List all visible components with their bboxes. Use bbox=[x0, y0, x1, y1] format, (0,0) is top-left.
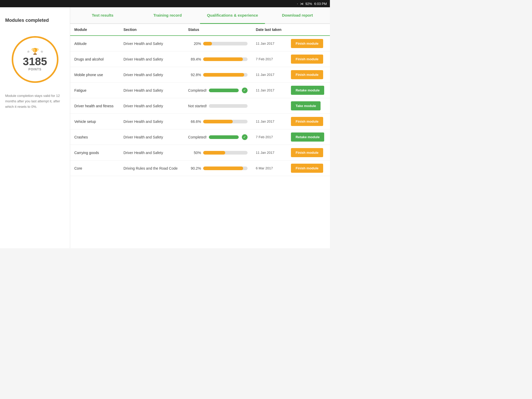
module-name: Core bbox=[70, 161, 119, 176]
col-status: Status bbox=[184, 24, 252, 36]
progress-cell: 66.6% bbox=[184, 114, 252, 129]
finish-module-button[interactable]: Finish module bbox=[291, 70, 323, 79]
date-cell: 11 Jan 2017 bbox=[252, 83, 287, 98]
tab-training-record[interactable]: Training record bbox=[135, 7, 200, 24]
module-name: Crashes bbox=[70, 129, 119, 145]
retake-module-button[interactable]: Retake module bbox=[291, 132, 324, 142]
retake-module-button[interactable]: Retake module bbox=[291, 86, 324, 95]
table-row: CrashesDriver Health and SafetyCompleted… bbox=[70, 129, 330, 145]
status-text: 92.8% bbox=[188, 73, 201, 77]
tab-qualifications[interactable]: Qualifications & experience bbox=[200, 7, 265, 24]
progress-cell: Completed!✓ bbox=[184, 83, 252, 98]
section-name: Driver Health and Safety bbox=[119, 129, 184, 145]
tab-test-results[interactable]: Test results bbox=[70, 7, 135, 24]
module-name: Drugs and alcohol bbox=[70, 51, 119, 67]
action-cell: Retake module bbox=[287, 129, 330, 145]
points-label: POINTS bbox=[28, 68, 42, 71]
table-row: CoreDriving Rules and the Road Code90.2%… bbox=[70, 161, 330, 176]
content-area: Test results Training record Qualificati… bbox=[70, 7, 330, 248]
table-row: Drugs and alcoholDriver Health and Safet… bbox=[70, 51, 330, 67]
bluetooth-icon: ⋅ bbox=[297, 2, 298, 6]
progress-cell: 90.2% bbox=[184, 161, 252, 176]
app-container: Modules completed ★ 🏆 ★ 3185 POINTS Modu… bbox=[0, 7, 330, 248]
status-text: 90.2% bbox=[188, 166, 201, 170]
modules-table: Module Section Status Date last taken At… bbox=[70, 24, 330, 176]
finish-module-button[interactable]: Finish module bbox=[291, 55, 323, 64]
wifi-icon: ⋊ bbox=[300, 2, 303, 6]
trophy-area: ★ 🏆 ★ bbox=[26, 48, 44, 55]
col-section: Section bbox=[119, 24, 184, 36]
module-name: Attitude bbox=[70, 36, 119, 51]
date-cell: 11 Jan 2017 bbox=[252, 67, 287, 83]
modules-table-container: Module Section Status Date last taken At… bbox=[70, 24, 330, 248]
module-name: Vehicle setup bbox=[70, 114, 119, 129]
action-cell: Finish module bbox=[287, 67, 330, 83]
col-action bbox=[287, 24, 330, 36]
finish-module-button[interactable]: Finish module bbox=[291, 148, 323, 157]
date-cell: 7 Feb 2017 bbox=[252, 51, 287, 67]
points-circle: ★ 🏆 ★ 3185 POINTS bbox=[12, 36, 58, 83]
table-row: Driver health and fitnessDriver Health a… bbox=[70, 98, 330, 114]
completed-check-icon: ✓ bbox=[242, 134, 248, 140]
section-name: Driver Health and Safety bbox=[119, 36, 184, 51]
sidebar-title: Modules completed bbox=[5, 15, 49, 26]
status-bar: ⋅ ⋊ 92% 6:03 PM bbox=[0, 0, 330, 7]
action-cell: Take module bbox=[287, 98, 330, 114]
section-name: Driver Health and Safety bbox=[119, 145, 184, 161]
status-text: 89.4% bbox=[188, 57, 201, 61]
time-display: 6:03 PM bbox=[314, 2, 327, 6]
action-cell: Finish module bbox=[287, 36, 330, 51]
col-module: Module bbox=[70, 24, 119, 36]
status-text: Completed! bbox=[188, 135, 207, 139]
col-date: Date last taken bbox=[252, 24, 287, 36]
date-cell: 11 Jan 2017 bbox=[252, 145, 287, 161]
section-name: Driving Rules and the Road Code bbox=[119, 161, 184, 176]
module-name: Mobile phone use bbox=[70, 67, 119, 83]
date-cell: 11 Jan 2017 bbox=[252, 36, 287, 51]
action-cell: Finish module bbox=[287, 51, 330, 67]
tab-download-report[interactable]: Download report bbox=[265, 7, 330, 24]
module-name: Driver health and fitness bbox=[70, 98, 119, 114]
module-name: Carrying goods bbox=[70, 145, 119, 161]
date-cell bbox=[252, 98, 287, 114]
battery-text: 92% bbox=[305, 2, 312, 6]
status-text: 66.6% bbox=[188, 119, 201, 124]
section-name: Driver Health and Safety bbox=[119, 114, 184, 129]
status-text: 50% bbox=[188, 151, 201, 155]
finish-module-button[interactable]: Finish module bbox=[291, 39, 323, 48]
take-module-button[interactable]: Take module bbox=[291, 101, 321, 110]
date-cell: 7 Feb 2017 bbox=[252, 129, 287, 145]
progress-cell: Not started! bbox=[184, 98, 252, 114]
finish-module-button[interactable]: Finish module bbox=[291, 164, 323, 173]
progress-cell: 92.8% bbox=[184, 67, 252, 83]
status-text: Not started! bbox=[188, 104, 207, 108]
action-cell: Finish module bbox=[287, 114, 330, 129]
module-name: Fatigue bbox=[70, 83, 119, 98]
table-header-row: Module Section Status Date last taken bbox=[70, 24, 330, 36]
section-name: Driver Health and Safety bbox=[119, 98, 184, 114]
sidebar: Modules completed ★ 🏆 ★ 3185 POINTS Modu… bbox=[0, 7, 70, 248]
table-row: AttitudeDriver Health and Safety20%11 Ja… bbox=[70, 36, 330, 51]
finish-module-button[interactable]: Finish module bbox=[291, 117, 323, 126]
table-row: Mobile phone useDriver Health and Safety… bbox=[70, 67, 330, 83]
progress-cell: 20% bbox=[184, 36, 252, 51]
progress-cell: 89.4% bbox=[184, 51, 252, 67]
tab-bar: Test results Training record Qualificati… bbox=[70, 7, 330, 24]
sidebar-note: Module completion stays valid for 12 mon… bbox=[5, 93, 65, 109]
status-text: 20% bbox=[188, 42, 201, 46]
star-left-icon: ★ bbox=[26, 49, 30, 54]
points-number: 3185 bbox=[23, 56, 47, 67]
action-cell: Finish module bbox=[287, 145, 330, 161]
table-row: Carrying goodsDriver Health and Safety50… bbox=[70, 145, 330, 161]
action-cell: Finish module bbox=[287, 161, 330, 176]
section-name: Driver Health and Safety bbox=[119, 51, 184, 67]
section-name: Driver Health and Safety bbox=[119, 67, 184, 83]
table-row: FatigueDriver Health and SafetyCompleted… bbox=[70, 83, 330, 98]
completed-check-icon: ✓ bbox=[242, 88, 248, 93]
date-cell: 6 Mar 2017 bbox=[252, 161, 287, 176]
trophy-icon: 🏆 bbox=[31, 48, 39, 55]
star-right-icon: ★ bbox=[40, 49, 44, 54]
date-cell: 11 Jan 2017 bbox=[252, 114, 287, 129]
status-text: Completed! bbox=[188, 88, 207, 92]
section-name: Driver Health and Safety bbox=[119, 83, 184, 98]
